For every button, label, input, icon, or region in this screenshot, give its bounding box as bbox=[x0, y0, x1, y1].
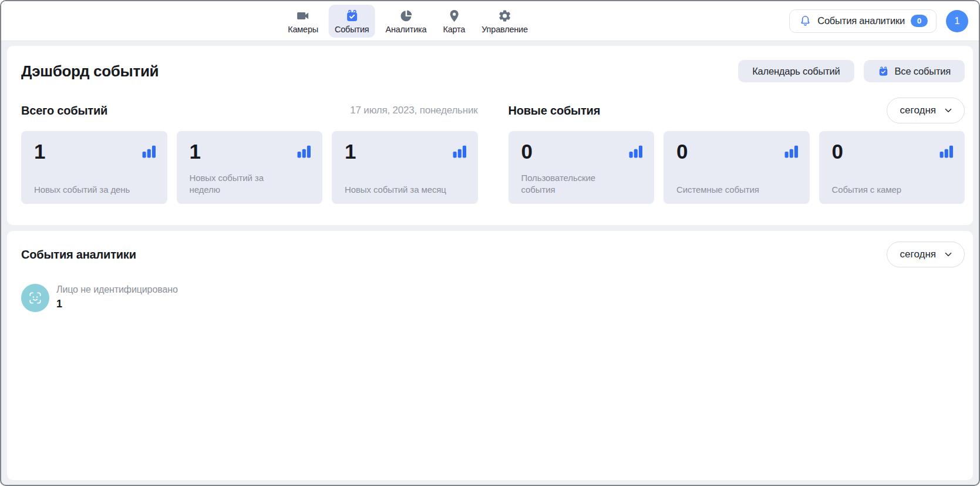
bar-chart-icon bbox=[297, 144, 312, 158]
nav-label: Аналитика bbox=[385, 25, 426, 34]
section-heading: Новые события bbox=[508, 104, 601, 118]
chevron-down-icon bbox=[943, 249, 954, 260]
nav-item-map[interactable]: Карта bbox=[437, 5, 471, 38]
stat-card-week: 1 Новых событий за неделю bbox=[177, 131, 323, 204]
calendar-check-icon bbox=[878, 66, 889, 77]
section-heading: Всего событий bbox=[21, 104, 107, 118]
stat-card-camera-events: 0 События с камер bbox=[819, 131, 965, 204]
bar-chart-icon bbox=[142, 144, 157, 158]
stat-label: Системные события bbox=[676, 184, 779, 196]
stat-value: 0 bbox=[521, 140, 533, 163]
pie-chart-icon bbox=[399, 9, 413, 23]
stat-label: Пользовательские события bbox=[521, 172, 624, 196]
analytics-events-notifications-button[interactable]: События аналитики 0 bbox=[789, 9, 937, 33]
nav-item-analytics[interactable]: Аналитика bbox=[379, 5, 432, 38]
stat-value: 0 bbox=[676, 140, 688, 163]
dashboard-header: Дэшборд событий Календарь событий bbox=[21, 60, 965, 82]
analytics-events-header: События аналитики сегодня bbox=[21, 242, 965, 267]
all-events-button[interactable]: Все события bbox=[864, 60, 965, 82]
period-value: сегодня bbox=[900, 249, 936, 260]
top-navigation-bar: Камеры События bbox=[1, 1, 979, 41]
stat-value: 1 bbox=[345, 140, 356, 163]
map-pin-icon bbox=[447, 9, 461, 23]
main-content: Дэшборд событий Календарь событий bbox=[1, 41, 979, 485]
new-events-header: Новые события сегодня bbox=[508, 98, 965, 123]
stat-label: События с камер bbox=[832, 184, 935, 196]
chevron-down-icon bbox=[943, 105, 954, 116]
stat-label: Новых событий за месяц bbox=[345, 184, 447, 196]
events-dashboard-panel: Дэшборд событий Календарь событий bbox=[7, 46, 973, 225]
nav-label: Карта bbox=[443, 25, 465, 34]
analytics-item-face-not-identified[interactable]: Лицо не идентифицировано 1 bbox=[21, 284, 178, 312]
new-events-column: Новые события сегодня 0 bbox=[508, 98, 965, 204]
nav-label: Управление bbox=[481, 25, 528, 34]
bar-chart-icon bbox=[628, 144, 644, 158]
analytics-events-panel: События аналитики сегодня bbox=[7, 231, 973, 480]
stat-value: 1 bbox=[34, 140, 45, 163]
bar-chart-icon bbox=[939, 144, 954, 158]
current-date: 17 июля, 2023, понедельник bbox=[350, 105, 477, 116]
header-actions: Календарь событий Все события bbox=[738, 60, 965, 82]
main-nav: Камеры События bbox=[282, 5, 534, 38]
topbar-right: События аналитики 0 1 bbox=[789, 9, 968, 33]
stats-columns: Всего событий 17 июля, 2023, понедельник… bbox=[21, 98, 965, 204]
calendar-check-icon bbox=[345, 9, 359, 23]
avatar[interactable]: 1 bbox=[946, 10, 968, 32]
bar-chart-icon bbox=[784, 144, 799, 158]
nav-item-events[interactable]: События bbox=[329, 5, 375, 38]
bell-icon bbox=[799, 15, 811, 27]
analytics-item-text: Лицо не идентифицировано 1 bbox=[56, 284, 178, 310]
bar-chart-icon bbox=[452, 144, 467, 158]
analytics-item-label: Лицо не идентифицировано bbox=[56, 284, 178, 295]
stat-card-day: 1 Новых событий за день bbox=[21, 131, 167, 204]
stat-card-user-events: 0 Пользовательские события bbox=[508, 131, 655, 204]
page-title: Дэшборд событий bbox=[21, 62, 159, 81]
all-events-label: Все события bbox=[895, 66, 951, 77]
period-dropdown[interactable]: сегодня bbox=[887, 98, 965, 123]
nav-item-management[interactable]: Управление bbox=[476, 5, 534, 38]
period-value: сегодня bbox=[900, 105, 936, 116]
stat-label: Новых событий за неделю bbox=[190, 172, 292, 196]
events-calendar-button[interactable]: Календарь событий bbox=[738, 60, 854, 82]
stat-value: 0 bbox=[832, 140, 843, 163]
video-camera-icon bbox=[296, 9, 310, 23]
total-events-header: Всего событий 17 июля, 2023, понедельник bbox=[21, 98, 478, 123]
notification-badge: 0 bbox=[911, 15, 928, 27]
stat-card-system-events: 0 Системные события bbox=[664, 131, 810, 204]
stat-card-month: 1 Новых событий за месяц bbox=[332, 131, 478, 204]
nav-label: События bbox=[335, 25, 369, 34]
nav-label: Камеры bbox=[288, 25, 318, 34]
nav-item-cameras[interactable]: Камеры bbox=[282, 5, 324, 38]
stat-label: Новых событий за день bbox=[34, 184, 137, 196]
period-dropdown[interactable]: сегодня bbox=[887, 242, 965, 267]
notifications-label: События аналитики bbox=[817, 15, 905, 26]
total-events-cards: 1 Новых событий за день 1 Новых событий … bbox=[21, 131, 478, 204]
app-window: Камеры События bbox=[0, 0, 980, 486]
section-heading: События аналитики bbox=[21, 248, 136, 262]
face-scan-icon bbox=[21, 284, 49, 312]
analytics-item-value: 1 bbox=[56, 298, 178, 310]
new-events-cards: 0 Пользовательские события 0 Системные с… bbox=[508, 131, 965, 204]
total-events-column: Всего событий 17 июля, 2023, понедельник… bbox=[21, 98, 478, 204]
stat-value: 1 bbox=[190, 140, 201, 163]
gear-icon bbox=[498, 9, 512, 23]
